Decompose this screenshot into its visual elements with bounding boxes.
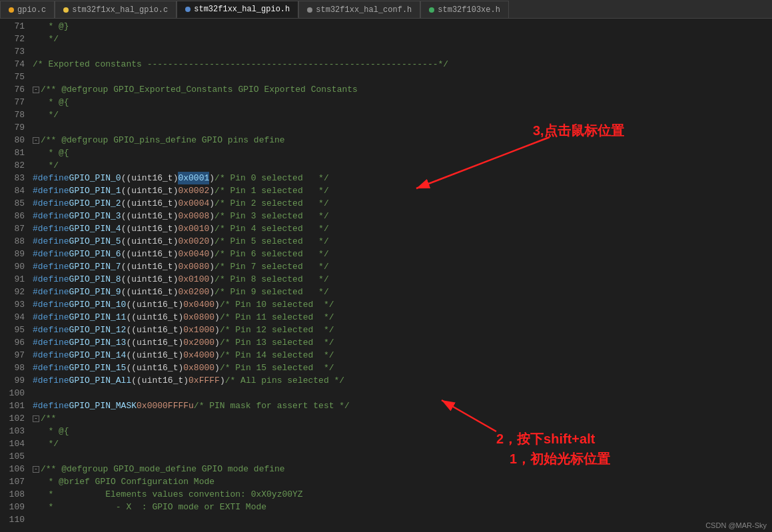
line-num-88: 88 [0,235,25,248]
line-num-94: 94 [0,311,25,324]
code-line-93: #define GPIO_PIN_10 ((uint16_t)0x0400) /… [33,298,772,311]
line-num-71: 71 [0,20,25,33]
code-line-110 [33,513,772,526]
line-num-83: 83 [0,172,25,184]
code-line-103: * @{ [33,425,772,437]
line-num-102: 102 [0,412,25,425]
line-num-75: 75 [0,71,25,83]
line-num-90: 90 [0,260,25,273]
tab-label-gpio-c: gpio.c [17,5,46,15]
line-num-109: 109 [0,501,25,513]
code-line-74: /* Exported constants ------------------… [33,58,772,71]
line-num-82: 82 [0,159,25,172]
line-num-86: 86 [0,210,25,222]
tab-dot-stm32f103xe-h [429,7,434,13]
code-line-87: #define GPIO_PIN_4 ((uint16_t)0x0010) /*… [33,222,772,235]
code-line-77: * @{ [33,96,772,109]
line-num-84: 84 [0,184,25,197]
tab-label-stm32f103xe-h: stm32f103xe.h [438,5,500,15]
line-num-79: 79 [0,121,25,134]
code-line-89: #define GPIO_PIN_6 ((uint16_t)0x0040) /*… [33,248,772,260]
line-num-91: 91 [0,273,25,286]
code-line-108: * Elements values convention: 0xX0yz00YZ [33,488,772,501]
code-line-96: #define GPIO_PIN_13 ((uint16_t)0x2000) /… [33,336,772,349]
line-num-106: 106 [0,463,25,475]
tab-label-stm32f1xx-hal-gpio-h: stm32f1xx_hal_gpio.h [194,5,290,14]
line-num-85: 85 [0,197,25,210]
code-line-79 [33,121,772,134]
code-line-83: #define GPIO_PIN_0 ((uint16_t)0x0001) /*… [33,172,772,184]
code-line-101: #define GPIO_PIN_MASK 0x0000FFFFu /* PIN… [33,399,772,412]
line-num-105: 105 [0,450,25,463]
tab-dot-stm32f1xx-hal-conf-h [307,7,312,13]
code-line-106: -/** @defgroup GPIO_mode_define GPIO mod… [33,463,772,475]
code-line-92: #define GPIO_PIN_9 ((uint16_t)0x0200) /*… [33,286,772,298]
line-numbers: 7172737475767778798081828384858687888990… [0,19,30,532]
tab-label-stm32f1xx-hal-gpio-c: stm32f1xx_hal_gpio.c [72,5,168,15]
tab-stm32f1xx-hal-conf-h[interactable]: stm32f1xx_hal_conf.h [298,1,420,18]
code-line-78: */ [33,109,772,121]
line-num-99: 99 [0,374,25,387]
line-num-74: 74 [0,58,25,71]
code-line-100 [33,387,772,399]
line-num-100: 100 [0,387,25,399]
code-line-71: * @} [33,20,772,33]
line-num-95: 95 [0,324,25,336]
line-num-101: 101 [0,399,25,412]
fold-icon-106[interactable]: - [33,466,39,473]
code-line-86: #define GPIO_PIN_3 ((uint16_t)0x0008) /*… [33,210,772,222]
tab-stm32f103xe-h[interactable]: stm32f103xe.h [420,1,509,18]
code-line-82: */ [33,159,772,172]
code-line-99: #define GPIO_PIN_All ((uint16_t)0xFFFF) … [33,374,772,387]
line-num-80: 80 [0,134,25,146]
code-line-102: -/** [33,412,772,425]
line-num-81: 81 [0,146,25,159]
line-num-108: 108 [0,488,25,501]
line-num-107: 107 [0,475,25,488]
code-line-94: #define GPIO_PIN_11 ((uint16_t)0x0800) /… [33,311,772,324]
fold-icon-102[interactable]: - [33,415,39,422]
tab-stm32f1xx-hal-gpio-h[interactable]: stm32f1xx_hal_gpio.h [177,1,298,18]
code-line-81: * @{ [33,146,772,159]
tab-label-stm32f1xx-hal-conf-h: stm32f1xx_hal_conf.h [316,5,412,15]
tab-bar: gpio.cstm32f1xx_hal_gpio.cstm32f1xx_hal_… [0,0,772,19]
fold-icon-76[interactable]: - [33,87,39,93]
line-num-77: 77 [0,96,25,109]
code-area: 7172737475767778798081828384858687888990… [0,19,772,532]
line-num-96: 96 [0,336,25,349]
tab-dot-stm32f1xx-hal-gpio-h [185,7,191,12]
code-line-95: #define GPIO_PIN_12 ((uint16_t)0x1000) /… [33,324,772,336]
line-num-73: 73 [0,45,25,58]
line-num-110: 110 [0,513,25,526]
tab-dot-gpio-c [9,7,14,13]
line-num-93: 93 [0,298,25,311]
code-line-76: -/** @defgroup GPIO_Exported_Constants G… [33,83,772,96]
line-num-104: 104 [0,437,25,450]
code-line-97: #define GPIO_PIN_14 ((uint16_t)0x4000) /… [33,349,772,362]
csdn-credit: CSDN @MAR-Sky [705,521,767,529]
code-line-84: #define GPIO_PIN_1 ((uint16_t)0x0002) /*… [33,184,772,197]
line-num-87: 87 [0,222,25,235]
code-line-72: */ [33,33,772,45]
line-num-92: 92 [0,286,25,298]
code-line-109: * - X : GPIO mode or EXTI Mode [33,501,772,513]
line-num-103: 103 [0,425,25,437]
line-num-78: 78 [0,109,25,121]
line-num-98: 98 [0,362,25,374]
code-line-88: #define GPIO_PIN_5 ((uint16_t)0x0020) /*… [33,235,772,248]
code-line-80: -/** @defgroup GPIO_pins_define GPIO pin… [33,134,772,146]
tab-stm32f1xx-hal-gpio-c[interactable]: stm32f1xx_hal_gpio.c [55,1,177,18]
tab-gpio-c[interactable]: gpio.c [0,1,55,18]
code-line-104: */ [33,437,772,450]
tab-dot-stm32f1xx-hal-gpio-c [63,7,69,13]
fold-icon-80[interactable]: - [33,137,39,144]
code-line-75 [33,71,772,83]
code-line-90: #define GPIO_PIN_7 ((uint16_t)0x0080) /*… [33,260,772,273]
code-content[interactable]: * @} */ /* Exported constants ----------… [30,19,772,532]
code-line-91: #define GPIO_PIN_8 ((uint16_t)0x0100) /*… [33,273,772,286]
code-line-105 [33,450,772,463]
code-line-73 [33,45,772,58]
line-num-89: 89 [0,248,25,260]
code-line-98: #define GPIO_PIN_15 ((uint16_t)0x8000) /… [33,362,772,374]
line-num-72: 72 [0,33,25,45]
